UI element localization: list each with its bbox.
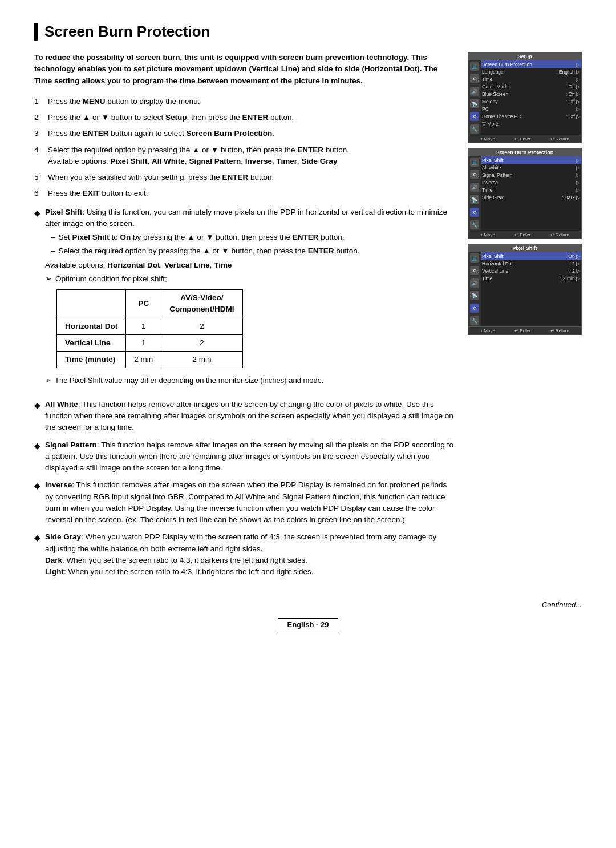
bullet-side-gray: ◆ Side Gray: When you watch PDP Display … [34,531,456,578]
step-text-4: Select the required option by pressing t… [48,144,349,168]
panel-sbp-all-white: All White▷ [481,164,581,171]
sidebar-icon-sbp-5: ⚙ [470,208,479,217]
step-num-2: 2 [34,112,42,123]
step-5: 5 When you are satisfied with your setti… [34,172,456,183]
diamond-icon-3: ◆ [34,440,40,474]
sidebar-icon-sbp-4: 📡 [470,195,479,204]
step-text-3: Press the ENTER button again to select S… [48,128,274,139]
panel-item-pc: PC▷ [481,105,581,112]
panel-item-htheatre: Home Theatre PC: Off ▷ [481,112,581,120]
sub-bullet-1: – Set Pixel Shift to On by pressing the … [51,232,456,243]
step-num-6: 6 [34,188,42,199]
table-row-vline: Vertical Line 1 2 [57,334,243,351]
step-text-6: Press the EXIT button to exit. [48,188,148,199]
sidebar-icon-3: 🔊 [470,87,479,96]
dash-1: – [51,232,55,243]
sidebar-icon-ps-4: 📡 [470,291,479,300]
table-row-hdot: Horizontal Dot 1 2 [57,318,243,334]
panel-sbp-body: 📺 ⚙ 🔊 📡 ⚙ 🔧 Pixel Shift▷ All White▷ S [468,156,581,231]
footer-return-2: ↩ Return [550,232,569,237]
step-num-3: 3 [34,128,42,139]
footer-enter-1: ↵ Enter [514,136,530,142]
table-header-empty [57,290,126,318]
panel-sbp-timer: Timer▷ [481,186,581,193]
bullet-text-inverse: Inverse: This function removes after ima… [45,479,456,526]
panel-sbp: Screen Burn Protection 📺 ⚙ 🔊 📡 ⚙ 🔧 Pixel… [468,148,582,239]
bullet-text-all-white: All White: This function helps remove af… [45,399,456,434]
pixel-shift-table: PC AV/S-Video/Component/HDMI Horizontal … [56,289,243,368]
panel-item-language: Language: English ▷ [481,68,581,75]
sub-text-1: Set Pixel Shift to On by pressing the ▲ … [59,232,345,243]
panel-sbp-footer: ↕ Move ↵ Enter ↩ Return [468,231,581,239]
table-cell-hdot-av: 2 [161,318,242,334]
sidebar-icon-sbp-2: ⚙ [470,170,479,179]
steps-list: 1 Press the MENU button to display the m… [34,96,456,200]
panel-sbp-side-gray: Side Gray: Dark ▷ [481,193,581,201]
panel-pixel-shift: Pixel Shift 📺 ⚙ 🔊 📡 ⚙ 🔧 Pixel Shift: On … [468,244,582,335]
right-screenshots: Setup 📺 ⚙ 🔊 📡 ⚙ 🔧 Screen Burn Protection… [468,52,582,583]
sidebar-icon-4: 📡 [470,99,479,108]
step-3: 3 Press the ENTER button again to select… [34,128,456,139]
panel-item-game-mode: Game Mode: Off ▷ [481,83,581,90]
sidebar-icon-sbp-1: 📺 [470,158,479,167]
panel-ps-content: Pixel Shift: On ▷ Horizontal Dot: 2 ▷ Ve… [481,252,581,326]
panel-ps-sidebar: 📺 ⚙ 🔊 📡 ⚙ 🔧 [468,252,481,326]
pixel-shift-subbullets: – Set Pixel Shift to On by pressing the … [51,232,456,257]
diamond-icon-4: ◆ [34,480,40,526]
panel-pixel-shift-title: Pixel Shift [468,244,581,252]
sidebar-icon-sbp-3: 🔊 [470,183,479,192]
table-header-pc: PC [126,290,161,318]
bullet-pixel-shift: ◆ Pixel Shift: Using this function, you … [34,207,456,393]
panel-sbp-content: Pixel Shift▷ All White▷ Signal Pattern▷ … [481,156,581,231]
panel-setup-content: Screen Burn Protection▷ Language: Englis… [481,60,581,135]
panel-setup-title: Setup [468,53,581,60]
sidebar-icon-1: 📺 [470,62,479,71]
note-line: ➢ The Pixel Shift value may differ depen… [45,375,456,386]
step-text-5: When you are satisfied with your setting… [48,172,274,183]
panel-setup-footer: ↕ Move ↵ Enter ↩ Return [468,135,581,143]
footer-return-3: ↩ Return [550,328,569,333]
sidebar-icon-ps-5: ⚙ [470,304,479,313]
sidebar-icon-sbp-6: 🔧 [470,220,479,229]
bullet-inverse: ◆ Inverse: This function removes after i… [34,479,456,526]
panel-sbp-sidebar: 📺 ⚙ 🔊 📡 ⚙ 🔧 [468,156,481,231]
panel-sbp-signal-pattern: Signal Pattern▷ [481,171,581,179]
intro-paragraph: To reduce the possibility of screen burn… [34,52,456,87]
table-cell-time-pc: 2 min [126,352,161,368]
footer-enter-3: ↵ Enter [514,328,530,333]
diamond-icon-2: ◆ [34,399,40,434]
step-num-5: 5 [34,172,42,183]
sidebar-icon-ps-1: 📺 [470,253,479,263]
page-footer: English - 29 [34,618,582,631]
step-1: 1 Press the MENU button to display the m… [34,96,456,107]
bullet-text-pixel-shift: Pixel Shift: Using this function, you ca… [45,207,456,393]
bullet-text-side-gray: Side Gray: When you watch PDP Display wi… [45,531,456,578]
footer-enter-2: ↵ Enter [514,232,530,237]
panel-item-sbp: Screen Burn Protection▷ [481,60,581,68]
table-header-av: AV/S-Video/Component/HDMI [161,290,242,318]
bullets-list: ◆ Pixel Shift: Using this function, you … [34,207,456,578]
panel-ps-pixel-shift: Pixel Shift: On ▷ [481,252,581,260]
sidebar-icon-2: ⚙ [470,74,479,83]
step-text-1: Press the MENU button to display the men… [48,96,200,107]
diamond-icon-1: ◆ [34,207,40,393]
sub-bullet-2: – Select the required option by pressing… [51,245,456,257]
note-text: The Pixel Shift value may differ dependi… [55,375,324,386]
panel-ps-footer: ↕ Move ↵ Enter ↩ Return [468,326,581,334]
footer-move-1: ↕ Move [480,136,495,142]
available-options: Available options: Horizontal Dot, Verti… [45,260,456,271]
panel-setup-sidebar: 📺 ⚙ 🔊 📡 ⚙ 🔧 [468,60,481,135]
footer-move-2: ↕ Move [480,232,495,237]
sidebar-icon-ps-3: 🔊 [470,278,479,288]
panel-ps-time: Time: 2 min ▷ [481,274,581,282]
step-6: 6 Press the EXIT button to exit. [34,188,456,199]
arrow-icon: ➢ [45,273,52,285]
panel-ps-hdot: Horizontal Dot: 2 ▷ [481,260,581,267]
footer-return-1: ↩ Return [550,136,569,142]
panel-setup: Setup 📺 ⚙ 🔊 📡 ⚙ 🔧 Screen Burn Protection… [468,52,582,143]
sidebar-icon-ps-6: 🔧 [470,316,479,325]
panel-item-blue-screen: Blue Screen: Off ▷ [481,90,581,98]
sub-text-2: Select the required option by pressing t… [59,245,360,257]
panel-item-more: ▽ More [481,120,581,127]
panel-ps-vline: Vertical Line: 2 ▷ [481,267,581,274]
